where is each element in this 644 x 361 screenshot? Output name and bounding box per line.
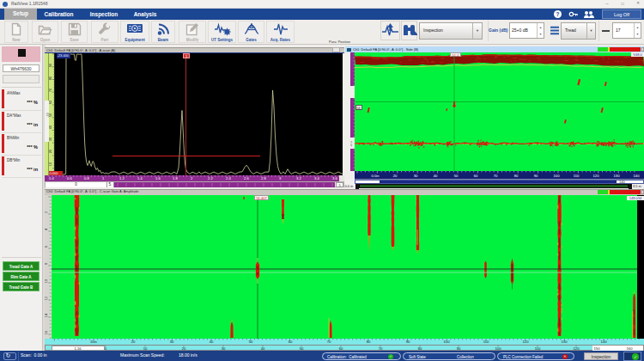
svg-text:30: 30 (414, 174, 418, 178)
svg-text:6: 6 (45, 246, 48, 248)
svg-text:4: 4 (45, 229, 48, 230)
svg-text:0.4: 0.4 (49, 176, 54, 180)
svg-text:0.6: 0.6 (67, 176, 72, 180)
svg-text:90: 90 (534, 174, 538, 178)
svg-text:60: 60 (474, 174, 478, 178)
svg-text:20: 20 (49, 149, 52, 153)
svg-text:40: 40 (49, 125, 52, 129)
svg-text:60: 60 (339, 346, 343, 350)
svg-text:-0.5: -0.5 (350, 141, 353, 147)
svg-text:40: 40 (434, 174, 438, 178)
svg-text:1.8: 1.8 (173, 176, 178, 180)
svg-text:50: 50 (249, 340, 253, 344)
svg-text:10: 10 (45, 279, 48, 283)
svg-text:130: 130 (614, 174, 621, 178)
svg-text:1.4: 1.4 (137, 176, 143, 180)
svg-text:70: 70 (494, 174, 498, 178)
svg-text:30: 30 (49, 137, 52, 141)
svg-text:0: 0 (105, 346, 107, 350)
svg-text:80: 80 (49, 76, 52, 80)
svg-text:40: 40 (261, 346, 265, 350)
svg-text:14: 14 (45, 314, 48, 317)
svg-text:90: 90 (406, 340, 410, 344)
svg-text:120: 120 (593, 174, 600, 178)
svg-text:60: 60 (49, 100, 52, 104)
svg-text:140: 140 (634, 174, 641, 178)
svg-text:3.4: 3.4 (314, 176, 319, 180)
svg-text:10: 10 (143, 346, 148, 350)
svg-text:0.0in: 0.0in (371, 174, 380, 178)
svg-text:3.6: 3.6 (332, 176, 337, 180)
svg-text:110: 110 (574, 174, 580, 178)
svg-text:2.8: 2.8 (261, 176, 266, 180)
svg-text:20: 20 (131, 340, 136, 344)
svg-text:2: 2 (45, 211, 48, 213)
svg-text:80: 80 (418, 346, 422, 350)
svg-text:50: 50 (454, 174, 459, 178)
svg-text:100: 100 (554, 174, 561, 178)
svg-text:3.2: 3.2 (296, 176, 301, 180)
svg-text:50: 50 (300, 346, 304, 350)
svg-text:80: 80 (514, 174, 519, 178)
svg-text:160: 160 (627, 346, 634, 350)
svg-text:80: 80 (367, 340, 371, 344)
svg-text:120: 120 (523, 340, 530, 344)
svg-text:110: 110 (535, 346, 541, 350)
svg-text:100: 100 (495, 346, 502, 350)
svg-text:20: 20 (393, 174, 398, 178)
svg-text:1.2: 1.2 (119, 176, 125, 180)
svg-text:0.8: 0.8 (84, 176, 89, 180)
svg-text:2.4: 2.4 (226, 176, 231, 180)
svg-text:70: 70 (379, 346, 383, 350)
svg-text:2.6: 2.6 (244, 176, 249, 180)
svg-text:1.6: 1.6 (155, 176, 161, 180)
svg-text:8: 8 (45, 263, 48, 265)
svg-text:120: 120 (574, 346, 580, 350)
svg-text:90: 90 (49, 63, 52, 67)
svg-text:70: 70 (49, 88, 52, 92)
svg-text:10in: 10in (90, 340, 98, 344)
svg-text:30: 30 (222, 346, 226, 350)
svg-text:50: 50 (49, 113, 52, 117)
svg-text:16: 16 (45, 331, 48, 334)
svg-text:2.2: 2.2 (208, 176, 213, 180)
svg-text:20: 20 (182, 346, 186, 350)
svg-text:60: 60 (289, 340, 293, 344)
svg-text:10: 10 (49, 162, 52, 166)
svg-text:150: 150 (594, 346, 601, 350)
svg-text:90: 90 (457, 346, 461, 350)
svg-text:110: 110 (483, 340, 489, 344)
svg-text:12: 12 (45, 297, 48, 300)
